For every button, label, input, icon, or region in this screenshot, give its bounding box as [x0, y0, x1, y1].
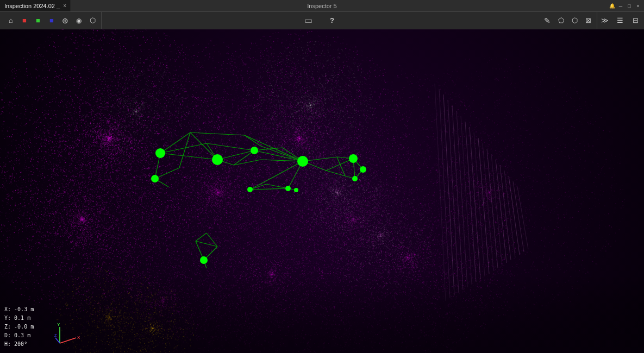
tab-close-btn[interactable]: × [63, 3, 66, 9]
save-button[interactable]: ⬡ [568, 14, 581, 27]
window-title: Inspector 5 [307, 3, 336, 9]
tab-label: Inspection 2024.02 _ [4, 3, 60, 9]
right-toolbar: ≫ ☰ ⊟ [598, 14, 642, 27]
toolbar: ⌂ ■ ■ ■ ⊕ ◉ ⬡ ▭ ? ✎ ⬠ ⬡ ⊠ ≫ ☰ ⊟ [0, 12, 644, 29]
left-toolbar-group: ⌂ ■ ■ ■ ⊕ ◉ ⬡ [2, 12, 102, 29]
svg-text:X: X [77, 335, 80, 340]
viewport[interactable]: X: -0.3 m Y: 0.1 m Z: -0.0 m D: 0.3 m H:… [0, 29, 644, 353]
red-cube-button[interactable]: ■ [18, 14, 31, 27]
svg-text:Y: Y [57, 322, 60, 327]
polygon-button[interactable]: ⬠ [554, 14, 567, 27]
hud-d-row: D: 0.3 m [4, 331, 34, 340]
title-bar: Inspection 2024.02 _ × Inspector 5 🔔 ─ □… [0, 0, 644, 12]
hud-x-label: X: [4, 306, 11, 312]
3d-view-button[interactable]: ⬡ [86, 14, 99, 27]
hud-z-label: Z: [4, 324, 11, 330]
hud-d-label: D: [4, 332, 11, 338]
camera-button[interactable]: ◉ [72, 14, 85, 27]
svg-text:Z: Z [54, 333, 57, 337]
maximize-btn[interactable]: □ [626, 2, 633, 10]
help-button[interactable]: ? [326, 14, 339, 27]
menu-button[interactable]: ☰ [614, 14, 627, 27]
axis-indicator: X Y Z [54, 322, 82, 349]
close-window-btn[interactable]: × [634, 2, 642, 10]
hud-x-value: -0.3 m [14, 306, 34, 312]
select-rect-button[interactable]: ▭ [302, 14, 315, 27]
hud-y-value: 0.1 m [14, 315, 30, 321]
hud-d-value: 0.3 m [14, 332, 30, 338]
hud-h-label: H: [4, 341, 11, 347]
hud-info: X: -0.3 m Y: 0.1 m Z: -0.0 m D: 0.3 m H:… [4, 305, 34, 349]
svg-line-44 [60, 338, 76, 343]
hud-y-row: Y: 0.1 m [4, 314, 34, 323]
hud-z-row: Z: -0.0 m [4, 323, 34, 331]
print-button[interactable]: ⊟ [629, 14, 642, 27]
svg-line-48 [55, 338, 60, 343]
green-cube-button[interactable]: ■ [32, 14, 45, 27]
expand-button[interactable]: ≫ [598, 14, 611, 27]
center-toolbar: ▭ ? [103, 14, 537, 27]
hud-y-label: Y: [4, 315, 11, 321]
tab-area: Inspection 2024.02 _ × [0, 0, 71, 11]
hud-z-value: -0.0 m [14, 324, 34, 330]
compass-button[interactable]: ⊕ [59, 14, 72, 27]
point-cloud-canvas [0, 29, 644, 353]
delete-button[interactable]: ⊠ [582, 14, 595, 27]
hud-h-value: 200° [14, 341, 27, 347]
active-tab[interactable]: Inspection 2024.02 _ × [0, 0, 71, 11]
minimize-btn[interactable]: ─ [617, 2, 624, 10]
hud-x-row: X: -0.3 m [4, 305, 34, 314]
drawing-tools-group: ✎ ⬠ ⬡ ⊠ [539, 12, 597, 29]
home-button[interactable]: ⌂ [4, 14, 17, 27]
pencil-button[interactable]: ✎ [541, 14, 554, 27]
blue-cube-button[interactable]: ■ [45, 14, 58, 27]
window-controls: 🔔 ─ □ × [608, 2, 642, 10]
notification-btn[interactable]: 🔔 [608, 2, 616, 10]
hud-h-row: H: 200° [4, 340, 34, 349]
